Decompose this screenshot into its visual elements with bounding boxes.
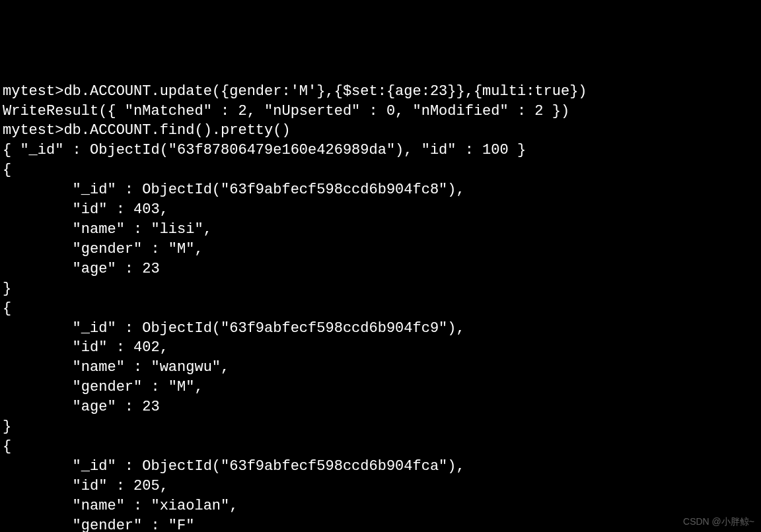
terminal-line: "name" : "lisi",	[3, 221, 212, 238]
terminal-line: {	[3, 162, 11, 178]
terminal-line: "id" : 403,	[3, 201, 168, 218]
terminal-line: }	[3, 281, 11, 297]
terminal-line: WriteResult({ "nMatched" : 2, "nUpserted…	[3, 103, 569, 119]
terminal-line: {	[3, 438, 11, 455]
terminal-line: mytest>db.ACCOUNT.update({gender:'M'},{$…	[3, 83, 587, 100]
terminal-line: "id" : 402,	[3, 339, 168, 356]
terminal-line: "id" : 205,	[3, 478, 168, 494]
terminal-line: "gender" : "M",	[3, 241, 203, 257]
terminal-line: { "_id" : ObjectId("63f87806479e160e4269…	[3, 142, 526, 158]
terminal-line: "_id" : ObjectId("63f9abfecf598ccd6b904f…	[3, 458, 465, 475]
terminal-line: }	[3, 418, 11, 435]
terminal-line: "name" : "wangwu",	[3, 359, 229, 376]
terminal-line: mytest>db.ACCOUNT.find().pretty()	[3, 122, 291, 139]
terminal-output: mytest>db.ACCOUNT.update({gender:'M'},{$…	[3, 82, 758, 532]
watermark-text: CSDN @小胖鲸~	[683, 515, 754, 528]
terminal-line: "age" : 23	[3, 399, 160, 415]
terminal-line: "gender" : "F"	[3, 517, 194, 532]
terminal-line: "gender" : "M",	[3, 379, 203, 395]
terminal-line: "name" : "xiaolan",	[3, 498, 238, 514]
terminal-line: {	[3, 300, 11, 317]
terminal-line: "_id" : ObjectId("63f9abfecf598ccd6b904f…	[3, 320, 465, 337]
terminal-line: "_id" : ObjectId("63f9abfecf598ccd6b904f…	[3, 182, 465, 198]
terminal-line: "age" : 23	[3, 261, 160, 277]
